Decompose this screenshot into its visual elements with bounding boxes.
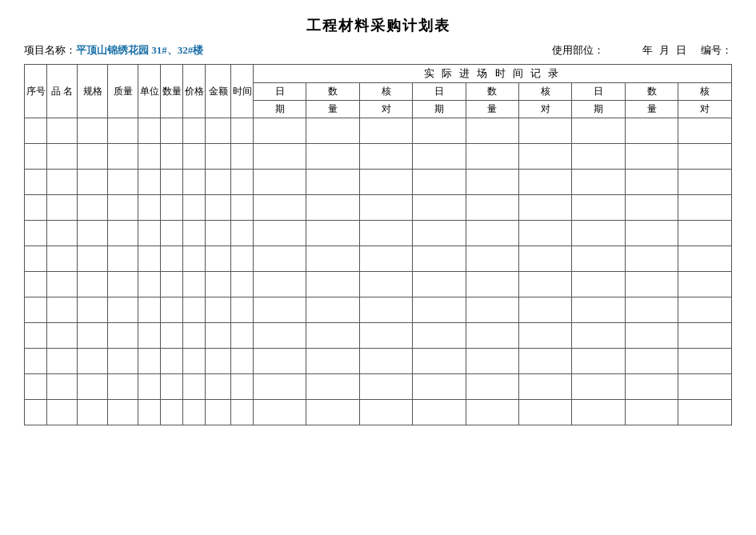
table-cell bbox=[78, 195, 108, 221]
table-cell bbox=[231, 400, 254, 425]
project-label: 项目名称： bbox=[24, 43, 76, 58]
table-cell bbox=[108, 144, 138, 170]
table-cell bbox=[138, 246, 161, 272]
header-row-1: 序号 品 名 规格 质量 单位 数量 价格 金额 时间 实 际 进 场 时 间 … bbox=[25, 65, 732, 83]
sub-check-label-3: 对 bbox=[678, 101, 732, 118]
table-cell bbox=[625, 170, 678, 195]
table-cell bbox=[183, 221, 206, 246]
table-cell bbox=[47, 272, 78, 297]
table-cell bbox=[231, 272, 254, 297]
table-cell bbox=[78, 400, 108, 425]
header-left: 项目名称： 平顶山锦绣花园 31#、32#楼 bbox=[24, 43, 203, 58]
header-row: 项目名称： 平顶山锦绣花园 31#、32#楼 使用部位： 年 月 日 编号： bbox=[24, 43, 732, 58]
table-cell bbox=[78, 349, 108, 374]
table-cell bbox=[625, 118, 678, 144]
table-row bbox=[25, 272, 732, 297]
table-cell bbox=[206, 323, 231, 349]
sub-date-label-2: 期 bbox=[413, 101, 466, 118]
table-cell bbox=[466, 195, 518, 221]
table-cell bbox=[47, 195, 78, 221]
table-cell bbox=[678, 374, 732, 400]
table-cell bbox=[183, 272, 206, 297]
table-cell bbox=[466, 246, 518, 272]
sub-num-label-2: 量 bbox=[466, 101, 518, 118]
table-cell bbox=[413, 246, 466, 272]
table-cell bbox=[108, 118, 138, 144]
table-cell bbox=[161, 144, 183, 170]
table-cell bbox=[231, 246, 254, 272]
table-cell bbox=[206, 221, 231, 246]
table-cell bbox=[231, 170, 254, 195]
table-cell bbox=[625, 400, 678, 425]
table-cell bbox=[413, 400, 466, 425]
table-cell bbox=[183, 349, 206, 374]
table-row bbox=[25, 170, 732, 195]
table-cell bbox=[231, 297, 254, 323]
table-cell bbox=[25, 297, 47, 323]
table-cell bbox=[183, 323, 206, 349]
table-cell bbox=[625, 144, 678, 170]
table-cell bbox=[47, 323, 78, 349]
table-cell bbox=[108, 195, 138, 221]
table-cell bbox=[254, 349, 306, 374]
table-cell bbox=[306, 374, 359, 400]
table-cell bbox=[138, 195, 161, 221]
table-cell bbox=[78, 170, 108, 195]
table-cell bbox=[519, 246, 572, 272]
day-label: 日 bbox=[676, 43, 686, 58]
table-container: 序号 品 名 规格 质量 单位 数量 价格 金额 时间 实 际 进 场 时 间 … bbox=[24, 64, 732, 425]
col-amount-header: 金额 bbox=[206, 65, 231, 118]
table-cell bbox=[466, 272, 518, 297]
table-row bbox=[25, 349, 732, 374]
project-name: 平顶山锦绣花园 31#、32#楼 bbox=[76, 43, 203, 58]
table-cell bbox=[359, 246, 412, 272]
table-cell bbox=[359, 221, 412, 246]
table-cell bbox=[678, 144, 732, 170]
table-cell bbox=[572, 221, 625, 246]
table-cell bbox=[183, 170, 206, 195]
table-cell bbox=[306, 221, 359, 246]
col-spec-header: 规格 bbox=[78, 65, 108, 118]
table-cell bbox=[306, 323, 359, 349]
table-cell bbox=[572, 323, 625, 349]
table-cell bbox=[359, 349, 412, 374]
table-cell bbox=[625, 323, 678, 349]
table-cell bbox=[254, 118, 306, 144]
table-cell bbox=[519, 118, 572, 144]
table-row bbox=[25, 246, 732, 272]
table-cell bbox=[138, 323, 161, 349]
table-cell bbox=[572, 349, 625, 374]
table-cell bbox=[161, 349, 183, 374]
table-cell bbox=[678, 246, 732, 272]
table-cell bbox=[138, 349, 161, 374]
table-cell bbox=[161, 195, 183, 221]
table-cell bbox=[625, 246, 678, 272]
table-cell bbox=[78, 221, 108, 246]
col-time-header: 时间 bbox=[231, 65, 254, 118]
table-cell bbox=[138, 221, 161, 246]
col-quality-header: 质量 bbox=[108, 65, 138, 118]
table-cell bbox=[359, 170, 412, 195]
table-cell bbox=[678, 195, 732, 221]
table-cell bbox=[519, 374, 572, 400]
month-label: 月 bbox=[659, 43, 670, 58]
table-row bbox=[25, 297, 732, 323]
table-cell bbox=[572, 400, 625, 425]
table-cell bbox=[254, 374, 306, 400]
table-cell bbox=[47, 400, 78, 425]
table-cell bbox=[25, 374, 47, 400]
table-cell bbox=[47, 246, 78, 272]
table-cell bbox=[413, 349, 466, 374]
table-cell bbox=[161, 323, 183, 349]
table-cell bbox=[678, 170, 732, 195]
table-cell bbox=[47, 144, 78, 170]
table-cell bbox=[108, 374, 138, 400]
dept-label: 使用部位： bbox=[552, 43, 604, 58]
table-cell bbox=[572, 297, 625, 323]
number-label: 编号： bbox=[701, 43, 732, 58]
table-cell bbox=[183, 118, 206, 144]
table-cell bbox=[231, 221, 254, 246]
table-cell bbox=[572, 374, 625, 400]
table-cell bbox=[78, 323, 108, 349]
table-cell bbox=[572, 118, 625, 144]
